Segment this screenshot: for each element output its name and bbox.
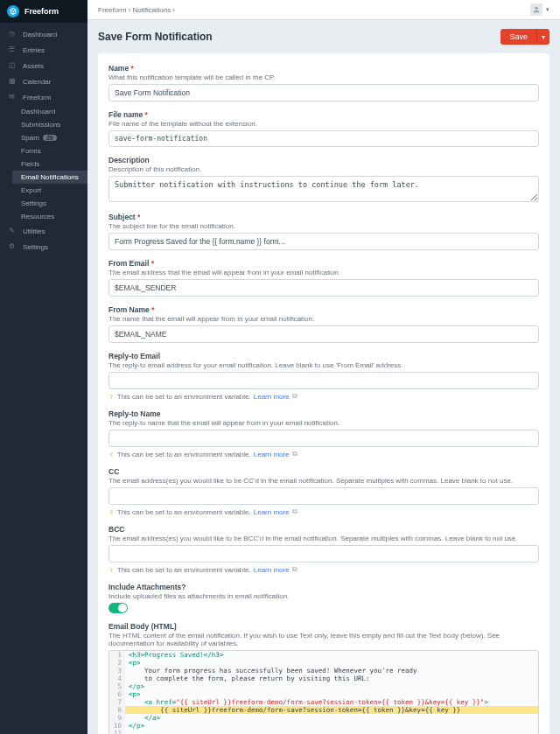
bulb-icon: ♀ (108, 565, 115, 574)
subject-label: Subject (108, 213, 140, 221)
file-label: File name (108, 110, 148, 119)
chevron-down-icon[interactable]: ▾ (546, 6, 550, 13)
name-input[interactable] (108, 84, 539, 101)
crumb-freeform[interactable]: Freeform (98, 6, 126, 14)
include-att-help: Include uploaded files as attachments in… (108, 592, 539, 600)
subnav-settings[interactable]: Settings (12, 197, 88, 210)
body-label: Email Body (HTML) (108, 622, 177, 631)
nav-calendar[interactable]: ▦Calendar (0, 73, 88, 89)
learn-more-link[interactable]: Learn more (254, 508, 290, 516)
nav-dashboard[interactable]: ◷Dashboard (0, 26, 88, 42)
subject-input[interactable] (108, 233, 539, 250)
page-title: Save Form Notification (98, 31, 213, 43)
nav-utilities[interactable]: ✎Utilities (0, 223, 88, 239)
nav-settings[interactable]: ⚙Settings (0, 239, 88, 255)
reply-email-input[interactable] (108, 372, 539, 389)
bulb-icon: ♀ (108, 450, 115, 458)
env-hint: ♀This can be set to an environment varia… (108, 507, 539, 516)
bcc-help: The email address(es) you would like to … (108, 535, 539, 542)
save-button[interactable]: Save (500, 29, 536, 45)
reply-name-help: The reply-to name that the email will ap… (108, 419, 539, 427)
copy-icon[interactable]: ⧉ (292, 565, 298, 574)
freeform-icon: ✉ (9, 93, 18, 101)
body-help: The HTML content of the email notificati… (108, 632, 539, 647)
copy-icon[interactable]: ⧉ (292, 450, 298, 458)
file-help: File name of the template without the ex… (108, 120, 539, 128)
calendar-icon: ▦ (9, 77, 18, 86)
env-hint: ♀This can be set to an environment varia… (108, 392, 539, 401)
reply-name-label: Reply-to Name (108, 409, 161, 418)
nav-assets[interactable]: ◫Assets (0, 58, 88, 73)
from-email-help: The email address that the email will ap… (108, 269, 539, 276)
cc-label: CC (108, 467, 119, 476)
brand-icon (7, 5, 19, 17)
from-name-help: The name that the email will appear from… (108, 315, 539, 323)
desc-input[interactable]: Submitter notification with instructions… (108, 176, 539, 202)
learn-more-link[interactable]: Learn more (254, 393, 290, 401)
subnav-submissions[interactable]: Submissions (12, 118, 88, 131)
brand-logo[interactable]: Freeform (0, 0, 88, 23)
subnav-spam[interactable]: Spam29 (12, 131, 88, 144)
name-label: Name (108, 64, 134, 73)
svg-point-0 (535, 7, 537, 10)
bcc-input[interactable] (108, 545, 539, 563)
crumb-notifications[interactable]: Notifications (133, 6, 172, 14)
subnav-email-notifications[interactable]: Email Notifications (12, 171, 88, 184)
entries-icon: ☰ (9, 45, 18, 54)
from-name-label: From Name (108, 305, 154, 314)
spam-count-badge: 29 (43, 135, 57, 141)
from-email-input[interactable] (108, 279, 539, 297)
file-input[interactable] (108, 130, 539, 147)
breadcrumb: Freeform › Notifications › (98, 6, 175, 14)
subnav-export[interactable]: Export (12, 184, 88, 197)
from-email-label: From Email (108, 259, 154, 268)
wrench-icon: ✎ (9, 227, 18, 235)
learn-more-link[interactable]: Learn more (254, 451, 290, 458)
bulb-icon: ♀ (108, 392, 115, 401)
copy-icon[interactable]: ⧉ (292, 507, 298, 516)
user-avatar[interactable] (530, 3, 542, 16)
assets-icon: ◫ (9, 61, 18, 70)
bulb-icon: ♀ (108, 507, 115, 516)
cc-help: The email address(es) you would like to … (108, 477, 539, 485)
save-dropdown[interactable]: ▾ (536, 29, 550, 45)
subject-help: The subject line for the email notificat… (108, 222, 539, 230)
desc-help: Description of this notification. (108, 165, 539, 173)
desc-label: Description (108, 156, 150, 164)
subnav-forms[interactable]: Forms (12, 144, 88, 157)
env-hint: ♀This can be set to an environment varia… (108, 450, 539, 458)
from-name-input[interactable] (108, 325, 539, 343)
gauge-icon: ◷ (9, 30, 18, 38)
bcc-label: BCC (108, 525, 124, 534)
subnav-resources[interactable]: Resources (12, 210, 88, 223)
include-att-toggle[interactable] (108, 603, 128, 613)
subnav-dashboard[interactable]: Dashboard (12, 105, 88, 118)
include-att-label: Include Attachments? (108, 583, 186, 591)
nav-entries[interactable]: ☰Entries (0, 42, 88, 58)
subnav-fields[interactable]: Fields (12, 157, 88, 171)
brand-name: Freeform (24, 7, 59, 16)
body-editor[interactable]: 1<h3>Progress Saved!</h3> 2<p> 3 Your fo… (108, 650, 539, 734)
learn-more-link[interactable]: Learn more (254, 566, 290, 574)
topbar: Freeform › Notifications › ▾ (88, 0, 560, 20)
name-help: What this notification template will be … (108, 73, 539, 81)
gear-icon: ⚙ (9, 242, 18, 251)
reply-name-input[interactable] (108, 430, 539, 447)
nav-freeform[interactable]: ✉Freeform (0, 89, 88, 105)
reply-email-help: The reply-to email address for your emai… (108, 361, 539, 369)
copy-icon[interactable]: ⧉ (292, 392, 298, 401)
reply-email-label: Reply-to Email (108, 352, 160, 360)
env-hint: ♀This can be set to an environment varia… (108, 565, 539, 574)
cc-input[interactable] (108, 487, 539, 505)
